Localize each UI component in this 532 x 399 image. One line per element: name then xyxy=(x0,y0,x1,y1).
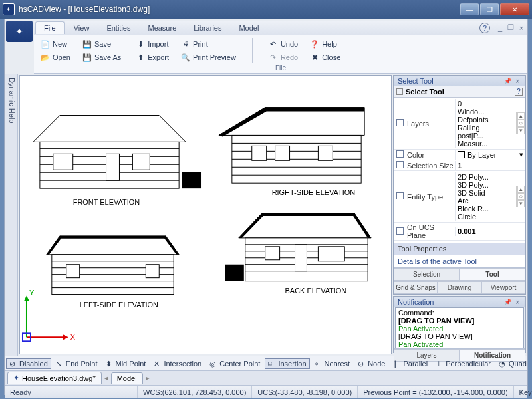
mdi-restore-button[interactable]: ❐ xyxy=(506,23,515,32)
svg-text:LEFT-SIDE ELEVATION: LEFT-SIDE ELEVATION xyxy=(80,301,158,309)
snap-disabled[interactable]: ⊘Disabled xyxy=(6,358,51,369)
help-icon: ❓ xyxy=(310,39,319,49)
tool-tabstrip: Selection Tool xyxy=(394,267,525,281)
snap-midpoint[interactable]: ⬍Mid Point xyxy=(102,358,150,369)
menu-view[interactable]: View xyxy=(66,22,98,34)
tab-drawing[interactable]: Drawing xyxy=(438,281,481,294)
new-icon: 📄 xyxy=(41,39,50,49)
tab-viewport[interactable]: Viewport xyxy=(481,281,525,294)
snap-nearest[interactable]: ⌖Nearest xyxy=(311,358,354,369)
svg-rect-22 xyxy=(318,146,332,160)
svg-marker-49 xyxy=(63,334,68,340)
pin-icon[interactable]: 📌 xyxy=(502,299,513,305)
snap-node[interactable]: ⊙Node xyxy=(354,358,388,369)
tool-properties-header: Tool Properties xyxy=(394,243,525,255)
minimize-button[interactable]: — xyxy=(460,3,479,15)
dynamic-help-tab[interactable]: Dynamic Help xyxy=(5,74,18,356)
export-button[interactable]: ⬆Export xyxy=(134,51,170,63)
pin-icon[interactable]: 📌 xyxy=(502,78,513,84)
mdi-minimize-button[interactable]: _ xyxy=(495,24,505,32)
menu-model[interactable]: Model xyxy=(231,22,267,34)
status-bar: Ready WCS:(626.101, 728.453, 0.000) UCS:… xyxy=(5,385,527,398)
svg-rect-9 xyxy=(132,154,150,170)
ucs-plane-value[interactable]: 0.001 xyxy=(458,227,476,235)
tab-selection[interactable]: Selection xyxy=(394,268,460,281)
close-button[interactable]: ✖Close xyxy=(309,51,342,63)
tab-gridsnaps[interactable]: Grid & Snaps xyxy=(394,281,438,294)
mdi-close-button[interactable]: × xyxy=(517,24,526,32)
menu-entities[interactable]: Entities xyxy=(98,22,138,34)
selsize-value[interactable]: 1 xyxy=(458,162,462,170)
menu-file[interactable]: File xyxy=(35,21,65,34)
layers-label: Layers xyxy=(406,119,455,128)
menu-libraries[interactable]: Libraries xyxy=(186,22,229,34)
panel-help-icon[interactable]: ? xyxy=(515,88,523,96)
enttype-label: Entity Type xyxy=(406,192,455,201)
menubar-help-icon[interactable]: ? xyxy=(479,23,490,33)
open-button[interactable]: 📂Open xyxy=(39,51,72,63)
svg-text:FRONT ELEVATION: FRONT ELEVATION xyxy=(73,198,140,206)
print-button[interactable]: 🖨Print xyxy=(180,38,237,50)
tab-tool[interactable]: Tool xyxy=(460,268,525,281)
svg-rect-45 xyxy=(318,247,344,261)
layers-list[interactable]: 0Windo...DefpointsRailingpost|P...Measur… xyxy=(458,100,514,148)
selsize-checkbox[interactable] xyxy=(396,161,404,168)
parallel-icon: ∥ xyxy=(393,360,401,368)
print-preview-button[interactable]: 🔍Print Preview xyxy=(180,51,237,63)
ribbon-group-label: File xyxy=(39,63,522,72)
center-icon: ◎ xyxy=(209,360,217,368)
endpoint-icon: ↘ xyxy=(56,360,64,368)
drawing-svg: FRONT ELEVATION RIGHT-SIDE ELEVATION xyxy=(20,76,391,354)
svg-text:X: X xyxy=(70,333,76,341)
snap-parallel[interactable]: ∥Parallel xyxy=(390,358,431,369)
snap-center[interactable]: ◎Center Point xyxy=(206,358,263,369)
command-log[interactable]: Command:[DRAG TO PAN VIEW]Pan Activated[… xyxy=(395,307,524,348)
print-preview-icon: 🔍 xyxy=(181,53,190,62)
svg-rect-43 xyxy=(265,247,280,260)
layers-checkbox[interactable] xyxy=(396,119,404,126)
save-as-button[interactable]: 💾Save As xyxy=(81,51,122,63)
drawing-canvas[interactable]: FRONT ELEVATION RIGHT-SIDE ELEVATION xyxy=(19,75,392,354)
redo-icon: ↷ xyxy=(269,53,278,62)
undo-button[interactable]: ↶Undo xyxy=(267,38,299,50)
snap-intersection[interactable]: ✕Intersection xyxy=(150,358,205,369)
svg-rect-33 xyxy=(146,265,159,278)
svg-text:RIGHT-SIDE ELEVATION: RIGHT-SIDE ELEVATION xyxy=(272,188,356,196)
print-icon: 🖨 xyxy=(181,39,190,49)
notification-panel: Notification📌× Command:[DRAG TO PAN VIEW… xyxy=(393,296,526,353)
help-button[interactable]: ❓Help xyxy=(309,38,342,50)
panel-close-icon[interactable]: × xyxy=(513,78,521,85)
svg-rect-20 xyxy=(252,146,267,160)
snap-toolbar: ⊘Disabled ↘End Point ⬍Mid Point ✕Interse… xyxy=(5,356,527,370)
perpendicular-icon: ⊥ xyxy=(436,360,444,368)
save-button[interactable]: 💾Save xyxy=(81,38,122,50)
entity-type-list[interactable]: 2D Poly...3D Poly...3D SolidArcBlock R..… xyxy=(458,173,514,221)
redo-button[interactable]: ↷Redo xyxy=(267,51,299,63)
close-window-button[interactable]: ✕ xyxy=(500,3,529,15)
new-button[interactable]: 📄New xyxy=(39,38,72,50)
color-dropdown[interactable]: By Layer▾ xyxy=(455,150,525,160)
snap-endpoint[interactable]: ↘End Point xyxy=(53,358,101,369)
status-ucs: UCS:(-33.480, -8.198, 0.000) xyxy=(252,386,358,398)
svg-marker-0 xyxy=(33,116,186,142)
menu-measure[interactable]: Measure xyxy=(140,22,184,34)
enttype-checkbox[interactable] xyxy=(396,192,404,200)
ucs-checkbox[interactable] xyxy=(396,227,404,235)
open-icon: 📂 xyxy=(41,53,50,62)
import-button[interactable]: ⬇Import xyxy=(134,38,170,50)
doc-tab-model[interactable]: Model xyxy=(111,372,143,384)
svg-marker-24 xyxy=(47,236,179,255)
color-checkbox[interactable] xyxy=(396,150,404,158)
svg-rect-10 xyxy=(182,172,201,188)
app-menu-button[interactable]: ✦ xyxy=(6,21,33,42)
maximize-button[interactable]: ❐ xyxy=(480,3,499,15)
snap-quadrant[interactable]: ◔Quadrant xyxy=(495,358,527,369)
select-tool-header: Select Tool xyxy=(406,88,444,96)
ucs-indicator: X Y xyxy=(23,289,76,342)
panel-close-icon[interactable]: × xyxy=(513,299,521,306)
window-title: hsCADView - [HouseElevation3.dwg] xyxy=(19,5,460,14)
doc-tab-file[interactable]: ✦HouseElevation3.dwg* xyxy=(7,372,102,384)
snap-insertion[interactable]: ⌑Insertion xyxy=(265,358,309,369)
snap-perpendicular[interactable]: ⊥Perpendicular xyxy=(432,358,494,369)
quadrant-icon: ◔ xyxy=(499,360,507,368)
